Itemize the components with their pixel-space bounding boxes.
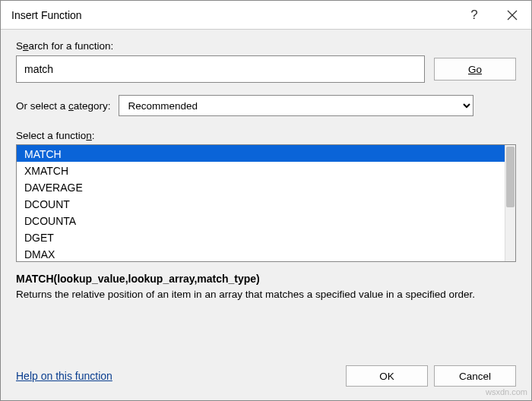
titlebar: Insert Function ? bbox=[1, 1, 531, 30]
dialog-title: Insert Function bbox=[11, 9, 455, 21]
function-listbox[interactable]: MATCHXMATCHDAVERAGEDCOUNTDCOUNTADGETDMAX bbox=[16, 144, 516, 262]
cancel-button[interactable]: Cancel bbox=[434, 365, 516, 387]
search-input[interactable] bbox=[16, 55, 425, 83]
list-item[interactable]: MATCH bbox=[17, 145, 505, 162]
category-label: Or select a category: bbox=[16, 100, 111, 112]
go-accel: G bbox=[468, 64, 477, 75]
function-list-inner: MATCHXMATCHDAVERAGEDCOUNTDCOUNTADGETDMAX bbox=[17, 145, 505, 261]
function-accel: n bbox=[86, 130, 92, 141]
dialog-body: Search for a function: Go Or select a ca… bbox=[1, 30, 531, 358]
list-item[interactable]: DCOUNT bbox=[17, 195, 505, 212]
list-item[interactable]: DCOUNTA bbox=[17, 212, 505, 229]
scrollbar[interactable] bbox=[505, 145, 515, 261]
insert-function-dialog: Insert Function ? Search for a function:… bbox=[0, 0, 532, 401]
list-item[interactable]: DGET bbox=[17, 229, 505, 245]
watermark: wsxdn.com bbox=[486, 387, 527, 396]
close-icon[interactable] bbox=[493, 1, 531, 30]
category-row: Or select a category: Recommended bbox=[16, 95, 516, 116]
function-signature: MATCH(lookup_value,lookup_array,match_ty… bbox=[16, 273, 516, 285]
search-label-post: arch for a function: bbox=[29, 40, 114, 52]
dialog-footer: Help on this function OK Cancel bbox=[1, 358, 531, 400]
list-item[interactable]: DAVERAGE bbox=[17, 178, 505, 195]
category-accel: c bbox=[68, 100, 74, 112]
search-label-pre: S bbox=[16, 40, 23, 52]
help-icon[interactable]: ? bbox=[455, 1, 493, 30]
scroll-thumb[interactable] bbox=[506, 147, 515, 207]
function-description: Returns the relative position of an item… bbox=[16, 288, 516, 302]
search-label: Search for a function: bbox=[16, 40, 516, 52]
function-list-label: Select a function: bbox=[16, 130, 516, 141]
list-item[interactable]: DMAX bbox=[17, 245, 505, 261]
ok-button[interactable]: OK bbox=[346, 365, 428, 387]
category-select[interactable]: Recommended bbox=[119, 95, 473, 116]
search-label-accel: e bbox=[23, 40, 29, 52]
help-on-function-link[interactable]: Help on this function bbox=[16, 370, 112, 382]
search-row: Go bbox=[16, 55, 516, 83]
list-item[interactable]: XMATCH bbox=[17, 162, 505, 178]
go-button[interactable]: Go bbox=[434, 58, 516, 81]
